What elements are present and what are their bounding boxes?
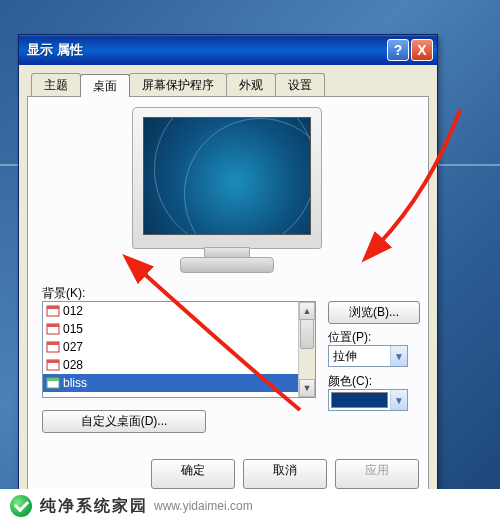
help-button[interactable]: ? <box>387 39 409 61</box>
browse-button[interactable]: 浏览(B)... <box>328 301 420 324</box>
svg-rect-3 <box>47 324 59 327</box>
background-label: 背景(K): <box>42 285 85 302</box>
list-item-label: 015 <box>63 322 83 336</box>
color-select[interactable]: ▼ <box>328 389 408 411</box>
tab-themes[interactable]: 主题 <box>31 73 81 96</box>
apply-button: 应用 <box>335 459 419 489</box>
titlebar[interactable]: 显示 属性 ? X <box>19 35 437 65</box>
list-item-label: 027 <box>63 340 83 354</box>
brand-name: 纯净系统家园 <box>40 496 148 517</box>
list-item[interactable]: 012 <box>43 302 315 320</box>
image-file-icon <box>46 322 60 336</box>
tab-appearance[interactable]: 外观 <box>226 73 276 96</box>
customize-desktop-button[interactable]: 自定义桌面(D)... <box>42 410 206 433</box>
svg-rect-1 <box>47 306 59 309</box>
tab-screensaver[interactable]: 屏幕保护程序 <box>129 73 227 96</box>
scroll-down-button[interactable]: ▼ <box>299 379 315 397</box>
list-item-label: 028 <box>63 358 83 372</box>
list-item-label: bliss <box>63 376 87 390</box>
image-file-icon <box>46 376 60 390</box>
watermark-footer: 纯净系统家园 www.yidaimei.com <box>0 489 500 523</box>
list-item-label: 012 <box>63 304 83 318</box>
svg-rect-5 <box>47 342 59 345</box>
brand-url: www.yidaimei.com <box>154 499 253 513</box>
ok-button[interactable]: 确定 <box>151 459 235 489</box>
tab-settings[interactable]: 设置 <box>275 73 325 96</box>
image-file-icon <box>46 340 60 354</box>
position-label: 位置(P): <box>328 329 371 346</box>
tab-panel-desktop: 背景(K): 012 015 027 028 <box>27 96 429 490</box>
svg-rect-7 <box>47 360 59 363</box>
tab-desktop[interactable]: 桌面 <box>80 74 130 97</box>
list-item[interactable]: 028 <box>43 356 315 374</box>
scroll-up-button[interactable]: ▲ <box>299 302 315 320</box>
color-swatch <box>331 392 388 408</box>
svg-rect-9 <box>47 378 59 381</box>
image-file-icon <box>46 304 60 318</box>
brand-logo-icon <box>10 495 32 517</box>
scroll-thumb[interactable] <box>300 319 314 349</box>
chevron-down-icon: ▼ <box>390 390 407 410</box>
window-title: 显示 属性 <box>27 41 387 59</box>
background-listbox[interactable]: 012 015 027 028 bliss <box>42 301 316 398</box>
monitor-base-icon <box>180 257 274 273</box>
listbox-scrollbar[interactable]: ▲ ▼ <box>298 302 315 397</box>
cancel-button[interactable]: 取消 <box>243 459 327 489</box>
position-value: 拉伸 <box>329 348 390 365</box>
color-label: 颜色(C): <box>328 373 372 390</box>
list-item[interactable]: 015 <box>43 320 315 338</box>
tab-bar: 主题 桌面 屏幕保护程序 外观 设置 <box>31 73 429 96</box>
dialog-button-row: 确定 取消 应用 <box>27 455 429 493</box>
image-file-icon <box>46 358 60 372</box>
list-item[interactable]: bliss <box>43 374 315 392</box>
monitor-screen-icon <box>143 117 311 235</box>
display-properties-dialog: 显示 属性 ? X 主题 桌面 屏幕保护程序 外观 设置 背景(K): <box>18 34 438 504</box>
close-button[interactable]: X <box>411 39 433 61</box>
position-select[interactable]: 拉伸 ▼ <box>328 345 408 367</box>
chevron-down-icon: ▼ <box>390 346 407 366</box>
list-item[interactable]: 027 <box>43 338 315 356</box>
wallpaper-preview <box>126 107 326 273</box>
